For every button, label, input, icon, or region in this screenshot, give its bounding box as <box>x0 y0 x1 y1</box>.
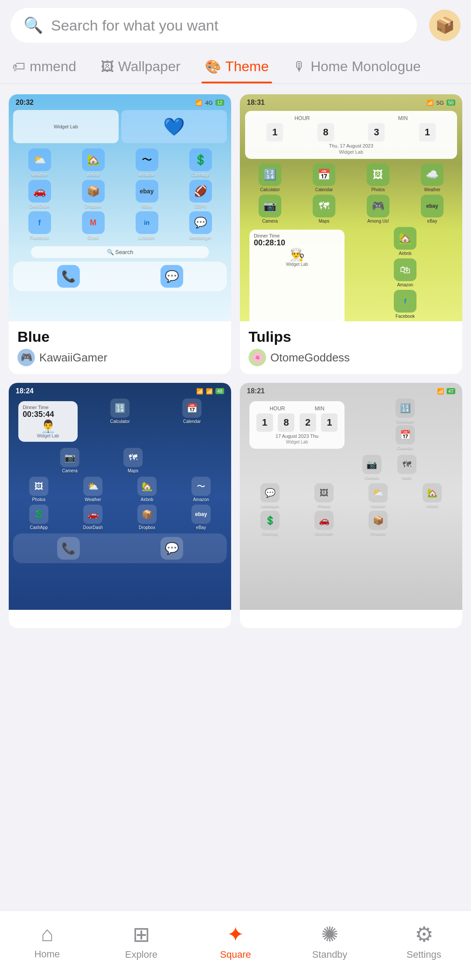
search-pill-blue: 🔍 Search <box>31 246 209 258</box>
nav-home[interactable]: ⌂ Home <box>14 922 80 960</box>
tab-recommend[interactable]: 🏷 mmend <box>0 52 89 83</box>
dock-blue: 📞 💬 <box>13 261 227 291</box>
dark-icon-grid: 🖼Photos ⛅Weather 🏡Airbnb 〜Amazon 💲CashAp… <box>9 475 231 532</box>
theme-info-tulips: Tulips 🌸 OtomeGoddess <box>240 321 462 374</box>
nav-square[interactable]: ✦ Square <box>203 922 268 960</box>
dinner-widget-dark: Dinner Time 00:35:44 👨‍💼 Widget Lab <box>18 401 78 442</box>
status-bar-gray: 18:21 📶 47 <box>240 383 462 397</box>
theme-preview-gray: 18:21 📶 47 HOUR MIN 1 8 2 <box>240 383 462 610</box>
theme-author-blue: 🎮 KawaiiGamer <box>17 349 222 366</box>
theme-info-dark <box>9 610 231 628</box>
clock-widget-tulips: HOUR MIN 1 8 3 1 Thu, 17 August 2023 Wid… <box>245 111 457 159</box>
theme-name-tulips: Tulips <box>249 328 454 345</box>
nav-settings-label: Settings <box>406 949 441 960</box>
user-avatar[interactable]: 📦 <box>429 10 461 41</box>
theme-card-gray[interactable]: 18:21 📶 47 HOUR MIN 1 8 2 <box>240 383 462 628</box>
monologue-icon: 🎙 <box>293 59 306 74</box>
theme-preview-dark-blue: 18:24 📶 📶 48 Dinner Time 00:35:44 👨‍💼 Wi… <box>9 383 231 610</box>
nav-explore-label: Explore <box>125 949 158 960</box>
blue-icon-grid: ⛅Weather 🏡Airbnb 〜Amazon 💲CashApp 🚗DoorD… <box>9 146 231 243</box>
tab-theme[interactable]: 🎨 Theme <box>193 52 281 83</box>
bottom-nav: ⌂ Home ⊞ Explore ✦ Square ✺ Standby ⚙ Se… <box>0 910 471 980</box>
search-container: 🔍 Search for what you want 📦 <box>0 0 471 47</box>
nav-home-label: Home <box>34 949 60 960</box>
gray-icon-grid: 💬Messages 🖼Photos ⛅Weather 🏡Airbnb 💲Cash… <box>240 481 462 537</box>
theme-card-blue[interactable]: 20:32 📶 4G 12 Widget Lab 💙 ⛅Weather <box>9 94 231 374</box>
nav-settings[interactable]: ⚙ Settings <box>391 922 457 960</box>
widget-lab-label1: Widget Lab <box>54 124 78 129</box>
theme-name-blue: Blue <box>17 328 222 345</box>
standby-icon: ✺ <box>321 922 338 946</box>
status-bar-tulips: 18:31 📶 5G 50 <box>240 94 462 108</box>
settings-icon: ⚙ <box>415 922 433 946</box>
theme-icon: 🎨 <box>205 59 221 74</box>
theme-info-gray <box>240 610 462 628</box>
nav-standby-label: Standby <box>312 949 348 960</box>
status-bar-dark: 18:24 📶 📶 48 <box>9 383 231 397</box>
author-avatar-tulips: 🌸 <box>249 349 266 366</box>
search-icon: 🔍 <box>24 16 43 34</box>
nav-explore[interactable]: ⊞ Explore <box>109 922 174 960</box>
theme-info-blue: Blue 🎮 KawaiiGamer <box>9 321 231 374</box>
square-icon: ✦ <box>227 922 244 946</box>
tab-home-monologue[interactable]: 🎙 Home Monologue <box>281 52 433 83</box>
explore-icon: ⊞ <box>133 922 150 946</box>
theme-author-tulips: 🌸 OtomeGoddess <box>249 349 454 366</box>
dock-dark: 📞 💬 <box>13 533 227 563</box>
themes-grid: 20:32 📶 4G 12 Widget Lab 💙 ⛅Weather <box>0 84 471 639</box>
tulips-icon-grid: 🔢Calculator 📅Calendar 🖼Photos ☁️Weather … <box>240 162 462 225</box>
home-icon: ⌂ <box>41 922 54 946</box>
nav-standby[interactable]: ✺ Standby <box>297 922 362 960</box>
search-bar[interactable]: 🔍 Search for what you want <box>10 8 417 43</box>
nav-square-label: Square <box>220 949 251 960</box>
theme-preview-blue: 20:32 📶 4G 12 Widget Lab 💙 ⛅Weather <box>9 94 231 321</box>
clock-widget-gray: HOUR MIN 1 8 2 1 17 August 2023 Thu Widg… <box>249 401 345 449</box>
theme-card-dark-blue[interactable]: 18:24 📶 📶 48 Dinner Time 00:35:44 👨‍💼 Wi… <box>9 383 231 628</box>
theme-card-tulips[interactable]: 18:31 📶 5G 50 HOUR MIN 1 8 3 1 <box>240 94 462 374</box>
wallpaper-icon: 🖼 <box>101 59 114 74</box>
status-bar: 20:32 📶 4G 12 <box>9 94 231 108</box>
author-avatar-blue: 🎮 <box>17 349 35 366</box>
dinner-widget-tulips: Dinner Time 00:28:10 👨‍🍳 Widget Lab <box>249 230 345 321</box>
category-tabs: 🏷 mmend 🖼 Wallpaper 🎨 Theme 🎙 Home Monol… <box>0 47 471 84</box>
theme-preview-tulips: 18:31 📶 5G 50 HOUR MIN 1 8 3 1 <box>240 94 462 321</box>
search-placeholder: Search for what you want <box>51 17 404 34</box>
tab-wallpaper[interactable]: 🖼 Wallpaper <box>89 52 193 83</box>
recommend-icon: 🏷 <box>12 59 25 74</box>
